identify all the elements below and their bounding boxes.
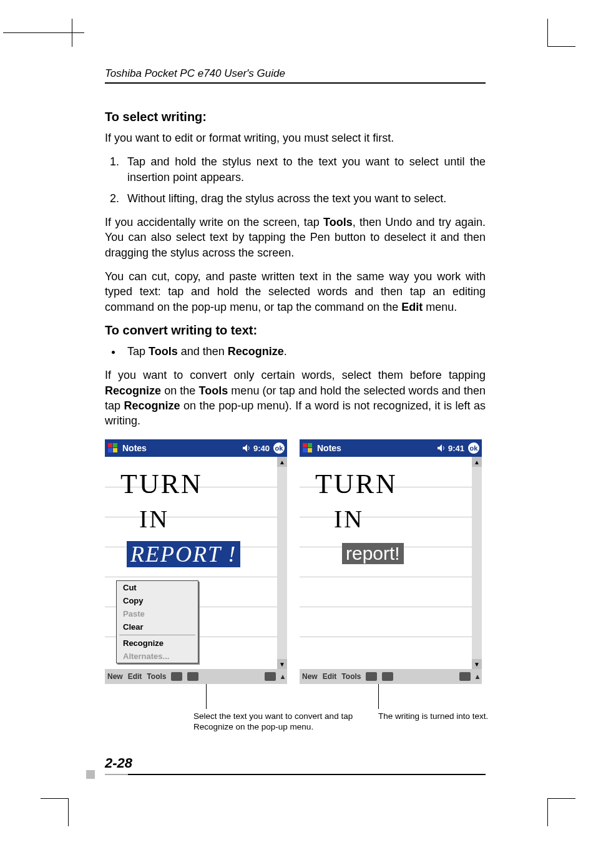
cutcopy-paragraph: You can cut, copy, and paste written tex… (105, 269, 486, 315)
app-title-left: Notes (122, 443, 147, 453)
screenshots-row: Notes 9:40 ok (105, 439, 486, 684)
undo-paragraph: If you accidentally write on the screen,… (105, 215, 486, 260)
svg-rect-8 (308, 448, 312, 452)
footer-rule (105, 774, 486, 775)
svg-rect-5 (303, 443, 307, 447)
titlebar-right: Notes 9:41 ok (300, 439, 482, 457)
converted-text-report[interactable]: report! (342, 543, 404, 564)
handwriting-turn: TURN (120, 468, 203, 500)
menu-alternates: Alternates... (117, 650, 198, 663)
menu-cut[interactable]: Cut (117, 581, 198, 594)
menu-tools[interactable]: Tools (147, 672, 166, 681)
app-title-right: Notes (317, 443, 341, 453)
keyboard-icon[interactable] (459, 672, 471, 681)
running-header: Toshiba Pocket PC e740 User's Guide (105, 67, 486, 80)
menu-tools[interactable]: Tools (341, 672, 361, 681)
svg-rect-3 (113, 448, 117, 452)
page-number: 2-28 (105, 755, 486, 771)
screenshot-right: Notes 9:41 ok (300, 439, 482, 684)
menu-recognize[interactable]: Recognize (117, 637, 198, 650)
svg-marker-4 (243, 444, 247, 452)
svg-rect-7 (303, 448, 307, 452)
scroll-up-icon[interactable]: ▲ (277, 457, 287, 467)
handwriting-selected-report[interactable]: REPORT ! (127, 541, 240, 567)
svg-rect-2 (108, 448, 112, 452)
callout-line-right (378, 684, 379, 709)
header-rule (105, 82, 486, 84)
handwriting-in-right: IN (334, 504, 364, 534)
menu-clear[interactable]: Clear (117, 620, 198, 633)
menu-paste: Paste (117, 607, 198, 620)
pen-icon[interactable] (187, 672, 198, 681)
intro-paragraph: If you want to edit or format writing, y… (105, 130, 486, 145)
scroll-down-icon[interactable]: ▼ (277, 659, 287, 669)
menu-edit[interactable]: Edit (323, 672, 337, 681)
windows-flag-icon (302, 442, 313, 454)
bullet-tools-recognize: Tap Tools and then Recognize. (122, 344, 486, 359)
handwriting-turn-right: TURN (315, 468, 398, 500)
clock-right: 9:41 (448, 444, 464, 453)
titlebar-left: Notes 9:40 ok (105, 439, 287, 457)
context-menu: Cut Copy Paste Clear Recognize Alternate… (116, 580, 198, 663)
scroll-up-icon[interactable]: ▲ (472, 457, 482, 467)
menu-separator (119, 635, 195, 635)
bottombar-right: New Edit Tools ▴ (300, 669, 482, 684)
menu-new[interactable]: New (107, 672, 123, 681)
heading-convert-writing: To convert writing to text: (105, 323, 486, 338)
ok-button-left[interactable]: ok (273, 442, 285, 454)
record-icon[interactable] (366, 672, 377, 681)
keyboard-icon[interactable] (265, 672, 276, 681)
footer-marker (86, 770, 95, 779)
screenshot-left: Notes 9:40 ok (105, 439, 287, 684)
callout-right: The writing is turned into text. (378, 711, 491, 721)
scrollbar-left[interactable]: ▲ ▼ (277, 457, 287, 669)
callout-line-left (206, 684, 207, 709)
pen-icon[interactable] (382, 672, 393, 681)
menu-new[interactable]: New (302, 672, 318, 681)
ok-button-right[interactable]: ok (468, 442, 479, 454)
step-2: Without lifting, drag the stylus across … (122, 191, 486, 206)
heading-select-writing: To select writing: (105, 110, 486, 124)
scroll-down-icon[interactable]: ▼ (472, 659, 482, 669)
svg-rect-6 (308, 443, 312, 447)
menu-edit[interactable]: Edit (128, 672, 142, 681)
sip-arrow-icon[interactable]: ▴ (476, 672, 479, 681)
windows-flag-icon (107, 442, 119, 454)
svg-marker-9 (438, 444, 442, 452)
clock-left: 9:40 (253, 444, 270, 453)
convert-paragraph: If you want to convert only certain word… (105, 368, 486, 428)
sip-arrow-icon[interactable]: ▴ (281, 672, 285, 681)
callout-left: Select the text you want to convert and … (193, 711, 356, 731)
scrollbar-right[interactable]: ▲ ▼ (472, 457, 482, 669)
handwriting-in: IN (139, 504, 169, 534)
svg-rect-0 (108, 443, 112, 447)
record-icon[interactable] (171, 672, 182, 681)
step-1: Tap and hold the stylus next to the text… (122, 154, 486, 185)
speaker-icon (437, 444, 446, 452)
menu-copy[interactable]: Copy (117, 594, 198, 607)
note-canvas-right[interactable]: TURN IN report! (300, 457, 472, 669)
note-canvas-left[interactable]: TURN IN REPORT ! Cut Copy Paste Clear Re… (105, 457, 277, 669)
bottombar-left: New Edit Tools ▴ (105, 669, 287, 684)
svg-rect-1 (113, 443, 117, 447)
speaker-icon (242, 444, 251, 452)
